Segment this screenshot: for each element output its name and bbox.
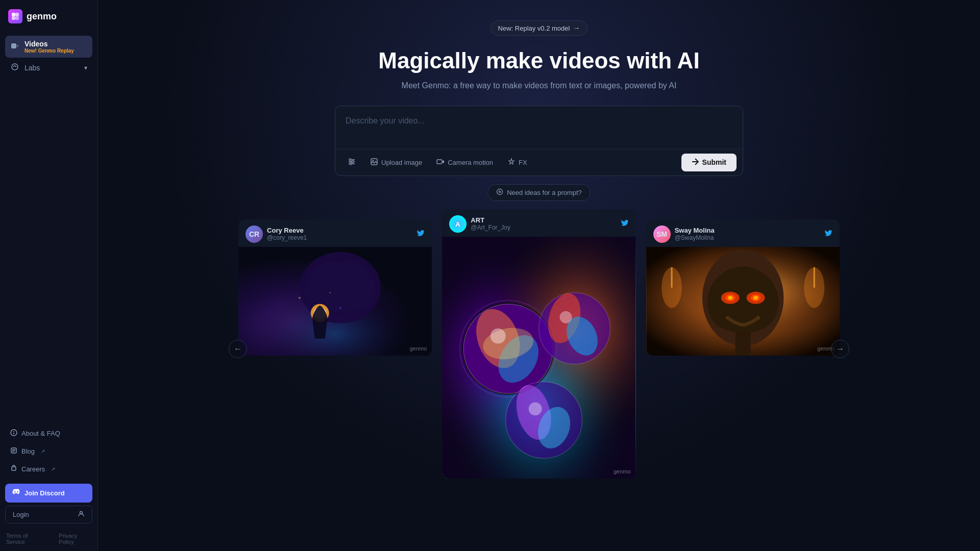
avatar-art: A [449, 215, 467, 233]
submit-label: Submit [702, 158, 726, 166]
ideas-icon [496, 188, 503, 197]
videos-label: Videos [24, 40, 74, 48]
gallery-card-cory[interactable]: CR Cory Reeve @cory_reeve1 [238, 219, 432, 356]
svg-point-26 [497, 189, 503, 194]
blog-icon [10, 447, 17, 456]
next-icon: → [836, 344, 844, 354]
careers-label: Careers [21, 465, 45, 473]
camera-motion-button[interactable]: Camera motion [430, 154, 499, 171]
login-label: Login [13, 511, 29, 518]
user-name-sway: Sway Molina [675, 227, 715, 234]
careers-icon [10, 465, 17, 473]
gallery-card-sway[interactable]: SM Sway Molina @SwayMolina [646, 219, 840, 356]
upload-label: Upload image [381, 159, 422, 166]
login-button[interactable]: Login [5, 506, 92, 523]
submit-icon [692, 158, 699, 167]
sidebar-item-blog[interactable]: Blog ↗ [5, 443, 92, 460]
discord-icon [12, 488, 20, 498]
gallery-user-cory: CR Cory Reeve @cory_reeve1 [246, 226, 307, 243]
svg-marker-5 [17, 44, 18, 47]
sidebar-item-videos[interactable]: Videos New! Genmo Replay [5, 36, 92, 58]
svg-rect-14 [12, 467, 16, 470]
banner-pill[interactable]: New: Replay v0.2 model → [491, 20, 588, 36]
about-icon [10, 429, 17, 438]
labs-label: Labs [24, 64, 40, 72]
svg-point-32 [299, 296, 301, 298]
privacy-link[interactable]: Privacy Policy [59, 533, 91, 545]
blog-external-icon: ↗ [41, 448, 45, 454]
twitter-icon-art[interactable] [621, 219, 629, 229]
card-header-sway: SM Sway Molina @SwayMolina [646, 219, 840, 247]
sidebar-nav: Videos New! Genmo Replay Labs ▾ [0, 32, 97, 420]
user-name-art: ART [471, 216, 510, 224]
avatar-sway: SM [653, 226, 671, 243]
sidebar-footer: Terms of Service · Privacy Policy [0, 529, 97, 551]
labs-expand-icon: ▾ [84, 64, 87, 71]
logo-text: genmo [27, 11, 57, 22]
svg-rect-3 [15, 16, 19, 20]
upload-image-button[interactable]: Upload image [364, 154, 428, 171]
hero-subtitle: Meet Genmo: a free way to make videos fr… [402, 81, 677, 90]
svg-rect-0 [12, 13, 15, 16]
card-header-art: A ART @Art_For_Joy [442, 209, 635, 237]
logo-icon [8, 9, 22, 23]
svg-point-21 [350, 163, 352, 165]
settings-button[interactable] [341, 154, 362, 171]
prev-icon: ← [234, 344, 242, 354]
fx-button[interactable]: FX [501, 154, 533, 171]
sidebar-item-labs[interactable]: Labs ▾ [5, 59, 92, 77]
user-handle-art: @Art_For_Joy [471, 224, 510, 231]
sidebar-item-about[interactable]: About & FAQ [5, 425, 92, 442]
svg-point-67 [753, 295, 758, 299]
about-label: About & FAQ [21, 430, 60, 437]
banner-arrow: → [573, 24, 580, 32]
sidebar: genmo Videos New! Genmo Replay [0, 0, 98, 551]
svg-rect-24 [437, 160, 442, 164]
card-header-cory: CR Cory Reeve @cory_reeve1 [238, 219, 432, 247]
svg-text:A: A [456, 220, 461, 228]
svg-point-20 [352, 161, 354, 163]
gallery-grid: CR Cory Reeve @cory_reeve1 [238, 219, 840, 479]
careers-external-icon: ↗ [51, 466, 55, 472]
svg-rect-1 [15, 13, 19, 16]
terms-link[interactable]: Terms of Service [6, 533, 45, 545]
svg-point-33 [329, 292, 331, 293]
svg-point-19 [349, 159, 351, 161]
user-name-cory: Cory Reeve [267, 227, 307, 234]
ideas-label: Need ideas for a prompt? [507, 189, 582, 196]
join-discord-button[interactable]: Join Discord [5, 484, 92, 503]
svg-point-57 [560, 311, 572, 323]
gallery-section: ← → CR Cory Reeve @cory_reeve1 [238, 219, 840, 479]
svg-point-56 [491, 328, 506, 343]
sidebar-item-careers[interactable]: Careers ↗ [5, 461, 92, 478]
logo[interactable]: genmo [0, 0, 97, 32]
watermark-art: genmo [614, 468, 631, 474]
user-handle-sway: @SwayMolina [675, 234, 715, 241]
submit-button[interactable]: Submit [681, 154, 737, 171]
login-icon [78, 510, 85, 519]
watermark-cory: genmo [410, 345, 427, 352]
avatar-cory: CR [246, 226, 263, 243]
twitter-icon-cory[interactable] [416, 229, 425, 239]
camera-icon [436, 158, 445, 167]
svg-point-23 [373, 160, 374, 161]
gallery-image-cory: genmo [238, 247, 432, 356]
camera-label: Camera motion [448, 159, 493, 166]
ideas-pill[interactable]: Need ideas for a prompt? [487, 184, 591, 201]
upload-icon [370, 158, 378, 167]
settings-icon [348, 158, 356, 167]
user-handle-cory: @cory_reeve1 [267, 234, 307, 241]
footer-separator: · [51, 533, 53, 545]
gallery-image-sway: genmo [646, 247, 840, 356]
prompt-container: Upload image Camera motion [335, 106, 743, 176]
fx-icon [507, 158, 516, 167]
prompt-toolbar: Upload image Camera motion [335, 149, 743, 176]
main-content: New: Replay v0.2 model → Magically make … [98, 0, 980, 551]
gallery-card-art[interactable]: A ART @Art_For_Joy [442, 209, 635, 479]
videos-icon [10, 42, 19, 52]
prompt-input[interactable] [335, 106, 743, 147]
videos-sublabel: New! Genmo Replay [24, 48, 74, 54]
gallery-next-button[interactable]: → [831, 340, 849, 358]
gallery-prev-button[interactable]: ← [229, 340, 247, 358]
twitter-icon-sway[interactable] [824, 229, 832, 239]
